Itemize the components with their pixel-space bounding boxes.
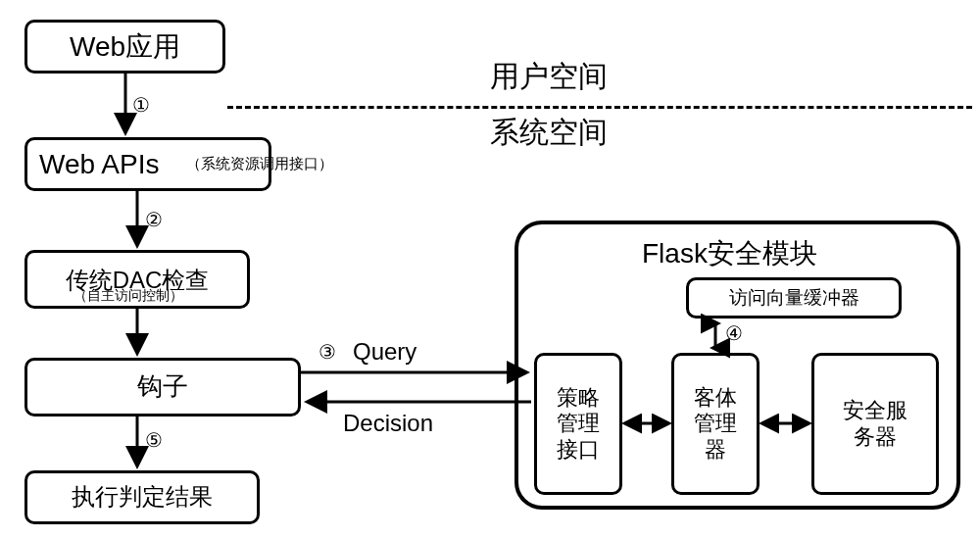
arrow-apis-to-dac (127, 191, 147, 250)
webapp-text: Web应用 (70, 30, 180, 64)
step-1: ① (132, 93, 150, 117)
avc-text: 访问向量缓冲器 (729, 287, 859, 310)
step-2: ② (145, 208, 163, 231)
arrow-hook-to-result (127, 416, 147, 470)
decision-label: Decision (343, 410, 433, 437)
arrow-decision (301, 392, 536, 412)
query-label: Query (353, 338, 416, 366)
flask-title: Flask安全模块 (642, 235, 817, 272)
result-text: 执行判定结果 (72, 483, 213, 512)
policy-text: 策略 管理 接口 (557, 385, 600, 463)
step-4: ④ (725, 321, 743, 345)
hook-box: 钩子 (24, 358, 301, 416)
hook-text: 钩子 (137, 371, 188, 402)
step-5: ⑤ (145, 428, 163, 452)
result-box: 执行判定结果 (24, 470, 260, 524)
webapp-box: Web应用 (24, 20, 225, 74)
userspace-label: 用户空间 (490, 57, 608, 97)
systemspace-label: 系统空间 (490, 113, 608, 153)
space-divider (227, 106, 972, 109)
sec-server-text: 安全服 务器 (843, 398, 907, 450)
object-mgr-box: 客体 管理 器 (671, 353, 760, 495)
webapis-text: Web APIs (39, 148, 159, 181)
policy-box: 策略 管理 接口 (534, 353, 622, 495)
dac-subtext: （自主访问控制） (74, 287, 183, 305)
step-3: ③ (318, 340, 336, 364)
arrow-dac-to-hook (127, 309, 147, 358)
arrow-query (301, 363, 536, 382)
webapis-subtext: （系统资源调用接口） (186, 155, 333, 173)
sec-server-box: 安全服 务器 (811, 353, 939, 495)
avc-box: 访问向量缓冲器 (686, 277, 902, 318)
object-mgr-text: 客体 管理 器 (694, 385, 737, 463)
